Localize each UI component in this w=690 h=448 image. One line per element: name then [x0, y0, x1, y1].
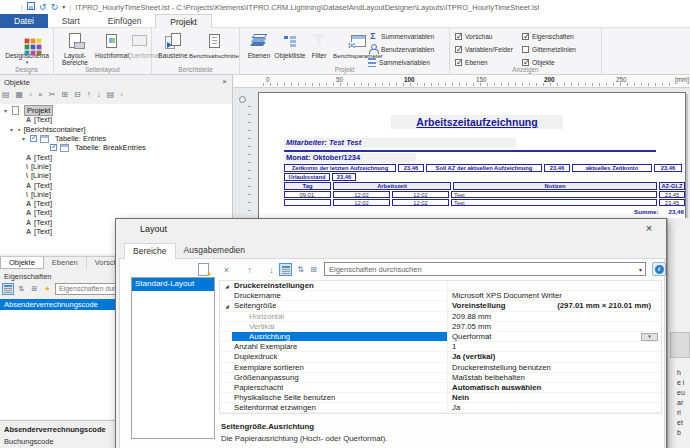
tree-item[interactable]: A [Text] [2, 199, 232, 208]
querformat-button[interactable]: Querformat [127, 31, 152, 59]
line-object[interactable] [284, 150, 656, 152]
panel-tab[interactable]: Objekte [0, 257, 44, 269]
filter-button[interactable]: Filter [307, 31, 331, 59]
info-icon[interactable] [652, 262, 666, 276]
tree-item[interactable]: Tabelle: BreakEntries [2, 143, 232, 152]
ebenen-button[interactable]: Ebenen [245, 31, 273, 59]
ribbon-checkbox[interactable]: Gitternetzlinien [522, 45, 576, 54]
designschema-button[interactable]: Designschema ▾ [4, 31, 50, 66]
save-button[interactable] [27, 1, 35, 13]
tree-expander-icon[interactable]: ▾ [22, 135, 30, 142]
tree-item[interactable]: A [Text] [2, 115, 232, 124]
ribbon-tab[interactable]: Datei [0, 14, 48, 28]
dialog-search-input[interactable]: Eigenschaften durchsuchen [324, 262, 646, 276]
dialog-tab[interactable]: Bereiche [124, 243, 176, 259]
expander-triangle-icon[interactable]: ◢ [225, 283, 234, 289]
objektliste-button[interactable]: Objektliste [273, 31, 307, 59]
panel-tab[interactable]: Ebenen [44, 257, 87, 269]
tree-expander-icon[interactable]: ▾ [10, 126, 18, 133]
property-row[interactable]: Seitenformat erzwingen Ja [220, 403, 661, 413]
property-row[interactable]: Druckername Microsoft XPS Document Write… [220, 291, 661, 301]
tree-checkbox-icon[interactable] [30, 135, 37, 142]
tree-item[interactable]: A [Text] [2, 208, 232, 217]
checkbox-icon[interactable] [455, 33, 462, 40]
mitarbeiter-text-object[interactable]: Mitarbeiter: Test Test [284, 138, 516, 148]
ribbon-checkbox[interactable]: Vorschau [455, 32, 513, 41]
tree-item[interactable]: ▾ Projekt [2, 106, 232, 115]
property-row[interactable]: Papierschacht Automatisch auswählen [220, 383, 661, 393]
property-row[interactable]: Duplexdruck Ja (vertikal) [220, 352, 661, 362]
ribbon-tab[interactable]: Projekt [155, 14, 211, 28]
undo-button[interactable]: ↺ [39, 1, 47, 13]
tree-item[interactable]: \ [Linie] [2, 162, 232, 171]
property-row[interactable]: Physikalische Seite benutzen Nein [220, 393, 661, 403]
checkbox-icon[interactable] [455, 46, 462, 53]
report-title-object[interactable]: Arbeitszeitaufzeichnung [391, 115, 563, 129]
expander-triangle-icon[interactable]: ◢ [225, 303, 234, 309]
checkbox-icon[interactable] [522, 33, 529, 40]
tree-item[interactable]: \ [Linie] [2, 171, 232, 180]
expand-all-icon[interactable]: ⊞ [29, 285, 40, 293]
variables-button[interactable]: Summenvariablen [368, 31, 434, 41]
property-row[interactable]: Anzahl Exemplare 1 [220, 342, 661, 352]
dialog-tab[interactable]: Ausgabemedien [176, 243, 253, 259]
preview-table[interactable]: Zeitkonto der letzten Aufzeichnung 23,46… [284, 164, 686, 215]
property-row[interactable]: Exemplare sortieren Druckereinstellung b… [220, 363, 661, 373]
favorites-star-icon[interactable]: ★ [42, 285, 53, 293]
ribbon-checkbox[interactable]: Variablen/Felder [455, 45, 513, 54]
checkbox-icon[interactable] [455, 59, 462, 66]
objects-panel-close-button[interactable]: × [222, 77, 227, 86]
delete-layout-icon[interactable]: × [220, 263, 233, 276]
tree-item[interactable]: ▾ Tabelle: Entries [2, 134, 232, 143]
tree-item[interactable]: \ [Linie] [2, 190, 232, 199]
scrollbar[interactable] [670, 332, 690, 358]
objects-toolbar-icon[interactable]: ▤ [2, 90, 10, 99]
categorized-view-icon[interactable] [2, 283, 14, 295]
tree-checkbox-icon[interactable] [50, 144, 57, 151]
property-row[interactable]: Ausrichtung Querformat [220, 332, 661, 342]
redo-button[interactable]: ↻ [51, 1, 59, 13]
property-row[interactable]: Größenanpassung Maßstab beibehalten [220, 373, 661, 383]
dropdown-button[interactable] [641, 333, 658, 341]
expand-all-icon[interactable] [307, 263, 320, 276]
tree-item[interactable]: A [Text] [2, 180, 232, 189]
tree-item[interactable]: A [Text] [2, 152, 232, 161]
categorized-view-icon[interactable] [279, 263, 292, 276]
ribbon-tab[interactable]: Start [48, 14, 94, 28]
alphabetical-sort-icon[interactable] [294, 263, 307, 276]
berichtsabschnitte-button[interactable]: Berichtsabschnitte [188, 31, 240, 59]
bausteine-button[interactable]: Bausteine [155, 31, 191, 59]
objects-toolbar-icon[interactable]: ▦ [16, 90, 24, 99]
objects-toolbar-icon[interactable]: ⊞ [61, 90, 68, 99]
objects-toolbar-icon[interactable]: ▤ [107, 90, 115, 99]
layout-list-item[interactable]: Standard-Layout [132, 278, 214, 291]
variables-button[interactable]: Benutzervariablen [368, 44, 434, 54]
dialog-title-bar[interactable]: Layout × [116, 219, 666, 241]
quick-access-dropdown[interactable]: ▾ [62, 1, 65, 13]
sort-icon[interactable]: ⇅ [16, 285, 27, 293]
property-row[interactable]: Vertikal 297.05 mm [220, 322, 661, 332]
dialog-close-button[interactable]: × [640, 222, 658, 234]
ribbon-checkbox[interactable]: Eigenschaften [522, 32, 576, 41]
objects-toolbar-icon[interactable]: ▫ [29, 90, 32, 99]
objects-toolbar-icon[interactable]: ↑ [87, 90, 91, 99]
property-row[interactable]: Horizontal 209.88 mm [220, 312, 661, 322]
tree-expander-icon[interactable]: ▾ [4, 107, 12, 114]
monat-text-object[interactable]: Monat: Oktober/1234 [284, 153, 416, 163]
checkbox-icon[interactable] [522, 46, 529, 53]
hochformat-button[interactable]: Hochformat [95, 31, 128, 59]
objects-toolbar-icon[interactable]: ⊟ [74, 90, 81, 99]
objects-toolbar-icon[interactable]: × [38, 90, 43, 99]
tree-item[interactable]: ▾ ▪ [Berichtscontainer] [2, 125, 232, 134]
move-up-icon[interactable]: ↑ [243, 263, 256, 276]
property-row[interactable]: ◢ Seitengröße Voreinstellung (297.01 mm … [220, 301, 661, 311]
objects-toolbar-icon[interactable]: ✂ [49, 90, 56, 99]
layout-bereiche-button[interactable]: Layout-Bereiche [56, 31, 94, 66]
objects-toolbar-icon[interactable]: ↓ [97, 90, 101, 99]
objects-toolbar-icon[interactable]: ▫ [120, 90, 123, 99]
move-down-icon[interactable]: ↓ [265, 263, 278, 276]
ribbon-tab[interactable]: Einfügen [94, 14, 156, 28]
add-layout-icon[interactable] [197, 263, 210, 276]
checkbox-icon[interactable] [522, 59, 529, 66]
property-row[interactable]: ◢ Druckereinstellungen [220, 281, 661, 291]
